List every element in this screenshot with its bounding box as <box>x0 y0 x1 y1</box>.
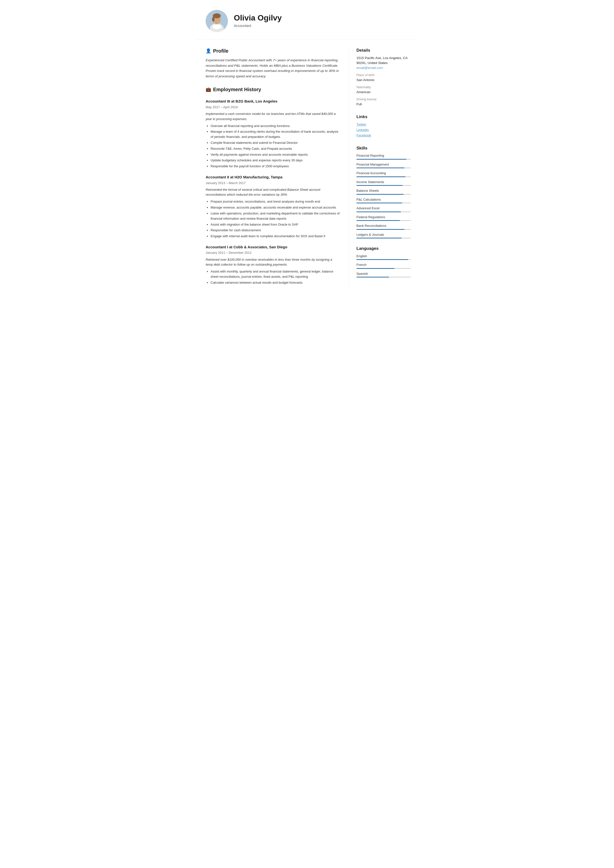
employment-section-title: 💼 Employment History <box>206 86 340 93</box>
skill-bar-bg-0 <box>356 159 411 160</box>
skill-item-9: Ledgers & Journals <box>356 232 411 239</box>
lang-name-1: French <box>356 262 411 267</box>
job-bullets-0: Oversee all financial reporting and acco… <box>206 124 340 169</box>
profile-text: Experienced Certified Public Accountant … <box>206 57 340 79</box>
skill-name-6: Advanced Excel <box>356 206 411 211</box>
job-summary-1: Reinvented the format of several critica… <box>206 187 340 197</box>
lang-item-0: English <box>356 254 411 260</box>
skill-item-5: P&L Calculations <box>356 197 411 204</box>
skill-bar-bg-3 <box>356 185 411 186</box>
lang-name-2: Spanish <box>356 271 411 276</box>
skill-name-7: Federal Regulations <box>356 215 411 220</box>
lang-bar-fill-2 <box>356 277 389 277</box>
job-dates-2: January 2011 – December 2012 <box>206 250 340 255</box>
bullet-0-3: Reconcile T&E, Amex, Petty Cash, and Pre… <box>211 146 340 152</box>
avatar <box>206 10 228 32</box>
bullet-1-4: Responsible for cash disbursement <box>211 228 340 233</box>
lang-name-0: English <box>356 254 411 259</box>
job-bullets-1: Prepare journal entries, reconciliations… <box>206 199 340 239</box>
skill-bar-fill-3 <box>356 185 403 186</box>
skill-item-4: Balance Sheets <box>356 188 411 195</box>
job-entry-0: Accountant III at BZG Bank, Los AngelesM… <box>206 99 340 169</box>
skill-bar-bg-4 <box>356 194 411 195</box>
lang-bar-bg-2 <box>356 277 411 277</box>
place-of-birth-label: Place of birth <box>356 73 411 78</box>
skill-bar-fill-7 <box>356 220 400 221</box>
skill-item-1: Financial Management <box>356 162 411 169</box>
skills-container: Financial ReportingFinancial ManagementF… <box>356 153 411 239</box>
email[interactable]: email@email.com <box>356 65 411 70</box>
nationality-label: Nationality <box>356 85 411 90</box>
sidebar: Details 1515 Pacific Ave, Los Angeles, C… <box>349 47 418 286</box>
details-title: Details <box>356 47 411 54</box>
bullet-0-1: Manage a team of 4 accounting clerks dur… <box>211 129 340 140</box>
skill-item-8: Bank Reconciliations <box>356 223 411 230</box>
driving-license-label: Driving license <box>356 97 411 102</box>
skill-bar-bg-1 <box>356 167 411 168</box>
skill-bar-bg-9 <box>356 238 411 239</box>
job-summary-2: Retrieved over $100,000 in overdue recei… <box>206 257 340 267</box>
skill-bar-bg-8 <box>356 229 411 230</box>
body: 👤 Profile Experienced Certified Public A… <box>196 40 418 286</box>
bullet-0-2: Compile financial statements and submit … <box>211 140 340 146</box>
link-facebook[interactable]: Facebook <box>356 133 411 138</box>
job-title-header: Accountant <box>234 23 282 28</box>
bullet-0-6: Responsible for the payroll function of … <box>211 164 340 169</box>
place-of-birth: San Antonio <box>356 78 411 82</box>
skill-bar-bg-7 <box>356 220 411 221</box>
skill-item-2: Financial Accounting <box>356 171 411 177</box>
skill-name-4: Balance Sheets <box>356 188 411 193</box>
job-entry-1: Accountant II at H2O Manufacturing, Tamp… <box>206 174 340 239</box>
jobs-container: Accountant III at BZG Bank, Los AngelesM… <box>206 99 340 285</box>
header: Olivia Ogilvy Accountant <box>196 10 418 40</box>
lang-bar-fill-1 <box>356 268 395 269</box>
skill-name-1: Financial Management <box>356 162 411 167</box>
name: Olivia Ogilvy <box>234 14 282 22</box>
skill-name-3: Income Statements <box>356 180 411 184</box>
languages-title: Languages <box>356 245 411 252</box>
skill-bar-fill-0 <box>356 159 406 160</box>
lang-bar-bg-1 <box>356 268 411 269</box>
nationality: American <box>356 90 411 95</box>
bullet-0-0: Oversee all financial reporting and acco… <box>211 124 340 129</box>
link-twitter[interactable]: Twitter <box>356 122 411 127</box>
address: 1515 Pacific Ave, Los Angeles, CA 90291,… <box>356 56 411 66</box>
skill-bar-fill-6 <box>356 211 401 212</box>
skill-name-5: P&L Calculations <box>356 197 411 202</box>
skill-bar-bg-2 <box>356 177 411 177</box>
driving-license: Full <box>356 102 411 107</box>
bullet-2-1: Calculate variances between actual resul… <box>211 280 340 285</box>
skill-bar-fill-4 <box>356 194 404 195</box>
bullet-1-3: Assist with migration of the balance she… <box>211 222 340 227</box>
bullet-1-0: Prepare journal entries, reconciliations… <box>211 199 340 205</box>
skill-item-6: Advanced Excel <box>356 206 411 212</box>
svg-point-5 <box>212 17 215 22</box>
skill-bar-bg-6 <box>356 211 411 212</box>
skill-bar-fill-8 <box>356 229 404 230</box>
job-title-0: Accountant III at BZG Bank, Los Angeles <box>206 99 340 104</box>
job-bullets-2: Assist with monthly, quarterly and annua… <box>206 269 340 285</box>
links-title: Links <box>356 114 411 120</box>
bullet-1-2: Liaise with operations, production, and … <box>211 211 340 222</box>
skill-bar-fill-5 <box>356 203 402 203</box>
skill-bar-bg-5 <box>356 203 411 203</box>
svg-point-6 <box>212 24 221 29</box>
link-linkedin[interactable]: Linkedin <box>356 127 411 132</box>
skills-title: Skills <box>356 145 411 152</box>
resume-page: Olivia Ogilvy Accountant 👤 Profile Exper… <box>196 0 418 314</box>
main-column: 👤 Profile Experienced Certified Public A… <box>196 47 349 286</box>
job-title-2: Accountant I at Cobb & Associates, San D… <box>206 244 340 250</box>
skill-name-9: Ledgers & Journals <box>356 232 411 237</box>
job-entry-2: Accountant I at Cobb & Associates, San D… <box>206 244 340 285</box>
skill-name-0: Financial Reporting <box>356 153 411 158</box>
job-summary-0: Implemented a cash conversion model for … <box>206 112 340 121</box>
lang-bar-bg-0 <box>356 259 411 260</box>
lang-bar-fill-0 <box>356 259 408 260</box>
bullet-1-5: Engage with internal audit team to compl… <box>211 234 340 239</box>
header-text: Olivia Ogilvy Accountant <box>234 14 282 28</box>
skill-bar-fill-1 <box>356 167 404 168</box>
links-container: TwitterLinkedinFacebook <box>356 122 411 138</box>
languages-container: EnglishFrenchSpanish <box>356 254 411 278</box>
skill-name-2: Financial Accounting <box>356 171 411 176</box>
profile-section-title: 👤 Profile <box>206 47 340 54</box>
